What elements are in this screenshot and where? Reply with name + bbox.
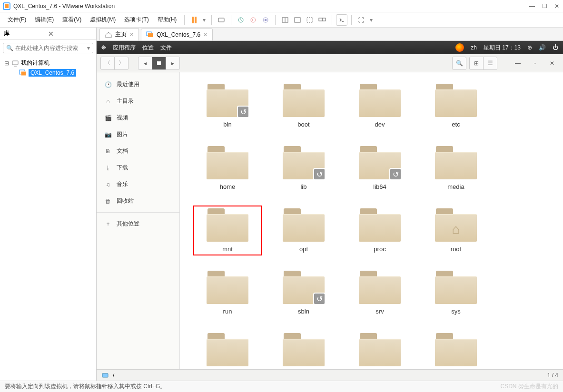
guest-menu-files[interactable]: 文件 [160,44,172,52]
guest-datetime[interactable]: 星期日 17：13 [484,44,521,52]
view-list-button[interactable]: ☰ [483,57,497,70]
power-icon[interactable]: ⏻ [553,44,558,51]
tab-vm-label: QXL_Centos_7.6 [157,31,200,38]
folder-run[interactable]: run [194,269,261,317]
snapshot-button[interactable] [235,14,247,26]
folder-icon [359,84,401,117]
path-back-button[interactable]: ◂ [138,57,152,70]
tab-home-close[interactable]: ✕ [129,31,134,38]
side-recent[interactable]: 🕑最近使用 [97,76,179,93]
fm-search-button[interactable]: 🔍 [452,57,466,70]
folder-media[interactable]: media [423,144,489,192]
folder-srv[interactable]: srv [346,269,413,317]
folder-icon: ↺ [207,84,248,117]
home-icon: ⌂ [104,98,112,105]
library-search[interactable]: 🔍 ▾ [3,43,93,53]
tree-root-my-computer[interactable]: ⊟ 我的计算机 [4,58,92,68]
folder-item[interactable] [270,331,337,369]
view-single-button[interactable] [279,14,291,26]
side-music[interactable]: ♫音乐 [97,176,179,193]
fullscreen-button[interactable] [356,14,367,26]
folder-lib[interactable]: ↺lib [270,144,337,192]
watermark: CSDN @生命是有光的 [500,382,558,391]
folder-sbin[interactable]: ↺sbin [270,269,337,317]
folder-icon: ↺ [283,271,325,304]
guest-menu-places[interactable]: 位置 [142,44,154,52]
nav-back-button[interactable]: 〈 [100,57,115,70]
path-forward-button[interactable]: ▸ [166,57,180,70]
view-unity-button[interactable] [304,14,316,26]
menu-tabs[interactable]: 选项卡(T) [120,14,152,26]
pause-button[interactable] [188,14,200,26]
snapshot-revert-button[interactable] [247,14,259,26]
volume-icon[interactable]: 🔊 [539,44,546,51]
folder-item[interactable] [346,331,413,369]
tree-vm-item[interactable]: QXL_Centos_7.6 [4,68,92,78]
folder-mnt[interactable]: mnt [194,206,261,255]
search-icon: 🔍 [6,45,13,51]
fullscreen-dropdown[interactable]: ▾ [368,14,375,26]
side-home[interactable]: ⌂主目录 [97,93,179,109]
view-multimon-button[interactable] [316,14,328,26]
close-button[interactable]: ✕ [553,3,560,10]
folder-item[interactable] [423,331,489,369]
menu-help[interactable]: 帮助(H) [154,14,181,26]
side-pictures[interactable]: 📷图片 [97,126,179,143]
vm-tab-icon [146,31,154,39]
side-documents[interactable]: 🗎文档 [97,143,179,159]
folder-icon [283,333,325,366]
folder-proc[interactable]: proc [346,206,413,255]
tab-vm[interactable]: QXL_Centos_7.6 ✕ [141,29,213,40]
folder-icon: ⌂ [435,208,477,242]
folder-dev[interactable]: dev [346,82,413,130]
menu-vm[interactable]: 虚拟机(M) [86,14,119,26]
folder-label: bin [223,121,231,128]
folder-bin[interactable]: ↺bin [194,82,261,130]
side-video[interactable]: 🎬视频 [97,109,179,126]
vm-tab-bar: 主页 ✕ QXL_Centos_7.6 ✕ [97,28,563,41]
firefox-icon[interactable] [455,43,464,52]
send-ctrl-alt-del-button[interactable] [216,14,227,26]
guest-minimize-button[interactable]: — [511,57,525,70]
folder-label: proc [374,245,385,253]
library-search-input[interactable] [15,45,87,51]
guest-lang[interactable]: zh [471,44,477,51]
menu-view[interactable]: 查看(V) [59,14,85,26]
file-manager-body: 🕑最近使用 ⌂主目录 🎬视频 📷图片 🗎文档 ⭳下载 ♫音乐 🗑回收站 +其他位… [97,72,563,369]
guest-maximize-button[interactable]: ▫ [528,57,542,70]
menu-edit[interactable]: 编辑(E) [31,14,58,26]
tab-home[interactable]: 主页 ✕ [99,28,139,40]
guest-close-button[interactable]: ✕ [545,57,559,70]
side-other[interactable]: +其他位置 [97,216,179,232]
folder-boot[interactable]: boot [270,82,337,130]
svg-rect-16 [21,71,26,76]
folder-root[interactable]: ⌂root [423,206,489,255]
folder-sys[interactable]: sys [423,269,489,317]
power-dropdown[interactable]: ▾ [201,14,207,26]
folder-etc[interactable]: etc [423,82,489,130]
svg-rect-1 [5,4,9,8]
search-dropdown-icon[interactable]: ▾ [87,45,90,51]
library-close-button[interactable]: ✕ [48,30,92,38]
guest-menu-apps[interactable]: 应用程序 [113,44,136,52]
folder-label: sbin [298,308,309,315]
folder-opt[interactable]: opt [270,206,337,255]
folder-lib64[interactable]: ↺lib64 [346,144,413,192]
side-trash[interactable]: 🗑回收站 [97,193,179,209]
view-tile-button[interactable] [292,14,303,26]
tab-vm-close[interactable]: ✕ [203,32,207,38]
tree-collapse-icon[interactable]: ⊟ [4,60,10,67]
menu-file[interactable]: 文件(F) [4,14,30,26]
path-root-button[interactable] [152,57,166,70]
maximize-button[interactable]: ☐ [541,3,548,10]
minimize-button[interactable]: — [529,3,535,10]
side-downloads[interactable]: ⭳下载 [97,159,179,176]
view-icons-button[interactable]: ⊞ [469,57,484,70]
titlebar: QXL_Centos_7.6 - VMware Workstation — ☐ … [0,0,563,12]
console-button[interactable] [336,14,347,26]
snapshot-manager-button[interactable] [260,14,271,26]
folder-item[interactable] [194,331,261,369]
folder-home[interactable]: home [194,144,261,192]
network-icon[interactable]: ⊕ [527,44,532,51]
nav-forward-button[interactable]: 〉 [114,57,128,70]
